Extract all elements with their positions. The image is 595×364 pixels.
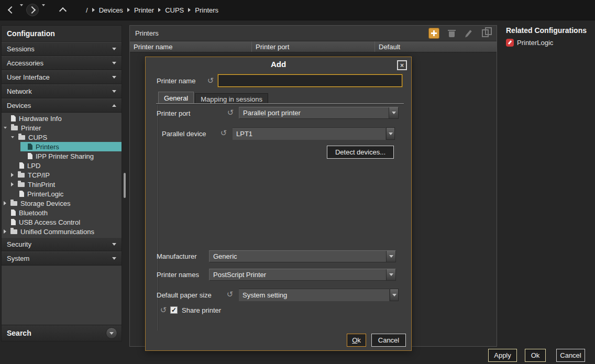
dialog-close-button[interactable] [397, 60, 407, 70]
related-configurations-title: Related Configurations [502, 24, 594, 38]
dropdown-arrow-button[interactable] [389, 107, 398, 118]
delete-printer-button[interactable] [446, 28, 457, 39]
tree-item-unified-communications[interactable]: Unified Communications [2, 227, 122, 236]
tree-item-hardware-info[interactable]: Hardware Info [2, 114, 122, 123]
chevron-down-icon [392, 294, 396, 296]
tab-divider [156, 103, 404, 105]
printers-toolbar [428, 28, 491, 39]
tree-item-storage-devices[interactable]: Storage Devices [2, 198, 122, 208]
document-icon [28, 153, 32, 159]
expand-arrow-icon[interactable] [4, 201, 6, 205]
breadcrumb: / Devices Printer CUPS Printers [86, 6, 218, 14]
tree-item-lpd[interactable]: LPD [2, 161, 122, 170]
tree-item-bluetooth[interactable]: Bluetooth [2, 208, 122, 217]
manufacturer-dropdown[interactable]: Generic [209, 250, 396, 262]
folder-icon [10, 201, 17, 206]
breadcrumb-item-devices[interactable]: Devices [99, 6, 123, 14]
tree-item-printerlogic[interactable]: PrinterLogic [2, 189, 122, 198]
default-paper-size-label: Default paper size [157, 291, 212, 300]
printer-name-input[interactable] [218, 74, 402, 87]
pencil-icon [466, 30, 471, 37]
edit-printer-button[interactable] [464, 28, 474, 39]
up-button[interactable] [58, 5, 68, 15]
tree-item-label: USB Access Control [19, 218, 80, 226]
breadcrumb-item-printers[interactable]: Printers [195, 6, 218, 14]
sidebar-section-security[interactable]: Security [2, 237, 122, 251]
tab-general[interactable]: General [158, 92, 194, 104]
collapse-arrow-icon[interactable] [11, 136, 14, 138]
sidebar-section-accessories[interactable]: Accessories [2, 56, 122, 70]
ok-button[interactable]: Ok [525, 349, 546, 362]
add-dialog: Add Printer name General Mapping in sess… [145, 57, 412, 351]
sidebar-scrollbar[interactable] [124, 173, 126, 198]
tree-item-tcp-ip[interactable]: TCP/IP [2, 170, 122, 180]
column-header-default[interactable]: Default [375, 41, 497, 52]
dropdown-value: Parallel port printer [239, 107, 389, 118]
dialog-cancel-button[interactable]: Cancel [371, 334, 406, 347]
ok-rest: k [357, 336, 361, 344]
tree-item-thinprint[interactable]: ThinPrint [2, 180, 122, 189]
parallel-device-combo [233, 127, 395, 140]
tree-item-printers[interactable]: Printers [2, 142, 122, 151]
forward-history-dropdown[interactable] [42, 6, 45, 14]
tree-item-label: PrinterLogic [27, 190, 63, 198]
expand-arrow-icon[interactable] [11, 182, 14, 186]
related-item-printerlogic[interactable]: PrinterLogic [502, 38, 594, 48]
reset-icon[interactable] [219, 128, 228, 138]
sidebar-section-devices[interactable]: Devices [2, 98, 122, 113]
back-history-dropdown[interactable] [20, 6, 23, 14]
breadcrumb-separator-icon [188, 8, 191, 12]
chevron-left-icon [8, 6, 15, 14]
sidebar-section-user-interface[interactable]: User Interface [2, 70, 122, 84]
dropdown-arrow-button[interactable] [386, 251, 395, 262]
tree-item-usb-access-control[interactable]: USB Access Control [2, 217, 122, 227]
search-bar[interactable]: Search [2, 325, 122, 341]
share-printer-checkbox[interactable] [170, 306, 178, 314]
sidebar-section-network[interactable]: Network [2, 84, 122, 98]
combo-arrow-button[interactable] [386, 127, 395, 140]
tree-item-ipp-printer-sharing[interactable]: IPP Printer Sharing [2, 151, 122, 161]
expand-arrow-icon[interactable] [4, 229, 6, 234]
nav-controls [0, 4, 68, 16]
printers-panel-header: Printers [130, 26, 497, 41]
tree-item-printer[interactable]: Printer [2, 123, 122, 133]
forward-button[interactable] [26, 4, 39, 16]
duplicate-printer-button[interactable] [481, 28, 491, 39]
add-printer-button[interactable] [428, 28, 439, 39]
section-label: Devices [7, 102, 31, 109]
reset-icon[interactable] [159, 305, 168, 315]
column-header-printer-name[interactable]: Printer name [130, 41, 252, 52]
tree-item-label: IPP Printer Sharing [36, 152, 94, 160]
cancel-button[interactable]: Cancel [556, 349, 585, 362]
default-paper-size-value[interactable]: System setting [239, 289, 389, 301]
column-header-printer-port[interactable]: Printer port [252, 41, 375, 52]
tree-item-cups[interactable]: CUPS [2, 133, 122, 142]
dialog-ok-button[interactable]: Ok [347, 334, 366, 347]
parallel-device-input[interactable] [233, 127, 385, 140]
tab-mapping-in-sessions[interactable]: Mapping in sessions [195, 93, 268, 104]
dropdown-arrow-button[interactable] [386, 269, 395, 280]
breadcrumb-item-printer[interactable]: Printer [134, 6, 154, 14]
back-button[interactable] [6, 5, 17, 15]
printer-names-dropdown[interactable]: PostScript Printer [209, 269, 396, 281]
apply-button[interactable]: Apply [488, 349, 517, 362]
sidebar-section-sessions[interactable]: Sessions [2, 42, 122, 56]
collapse-arrow-icon[interactable] [4, 127, 7, 129]
breadcrumb-root[interactable]: / [86, 6, 88, 14]
reset-icon[interactable] [206, 76, 215, 85]
combo-arrow-button[interactable] [390, 289, 399, 301]
parallel-device-label: Parallel device [162, 129, 206, 139]
section-label: Accessories [7, 59, 43, 67]
breadcrumb-item-cups[interactable]: CUPS [165, 6, 184, 14]
detect-devices-button[interactable]: Detect devices... [327, 146, 394, 159]
chevron-up-icon [59, 7, 67, 15]
reset-icon[interactable] [226, 108, 235, 117]
reset-icon[interactable] [225, 290, 235, 299]
folder-icon [18, 173, 25, 178]
printer-port-dropdown[interactable]: Parallel port printer [239, 107, 399, 119]
expand-arrow-icon[interactable] [11, 173, 14, 177]
search-expand-button[interactable] [106, 327, 117, 339]
breadcrumb-separator-icon [92, 8, 95, 12]
sidebar-section-system[interactable]: System [2, 251, 122, 266]
chevron-down-icon [389, 255, 393, 258]
